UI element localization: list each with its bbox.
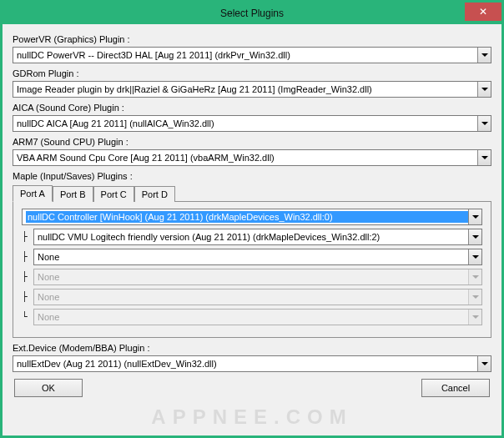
combo-maple-sub4: None [33, 289, 482, 305]
chevron-down-icon[interactable] [468, 209, 481, 224]
combo-maple-sub2-text: None [38, 252, 468, 262]
combo-maple-sub4-text: None [38, 292, 468, 302]
tab-port-c[interactable]: Port C [93, 186, 134, 202]
chevron-down-icon [468, 310, 481, 325]
combo-maple-sub3-text: None [38, 272, 468, 282]
chevron-down-icon[interactable] [477, 116, 491, 131]
label-arm7: ARM7 (Sound CPU) Plugin : [13, 137, 491, 147]
combo-aica-text: nullDC AICA [Aug 21 2011] (nullAICA_Win3… [17, 118, 477, 128]
chevron-down-icon[interactable] [477, 356, 491, 371]
tab-port-b[interactable]: Port B [53, 186, 93, 202]
combo-aica[interactable]: nullDC AICA [Aug 21 2011] (nullAICA_Win3… [13, 115, 491, 132]
combo-maple-sub1[interactable]: nullDC VMU Logitech friendly version (Au… [33, 229, 482, 245]
maple-sub-row-4: ├ None [22, 289, 482, 305]
combo-gdrom-text: Image Reader plugin by drk||Raziel & GiG… [17, 84, 477, 94]
cancel-button[interactable]: Cancel [421, 379, 490, 397]
maple-sub-row-3: ├ None [22, 269, 482, 285]
chevron-down-icon [468, 269, 481, 284]
tree-glyph: ├ [22, 289, 33, 305]
combo-maple-sub2[interactable]: None [33, 249, 482, 265]
dialog-window: Select Plugins ✕ PowerVR (Graphics) Plug… [0, 0, 504, 438]
dialog-body: PowerVR (Graphics) Plugin : nullDC Power… [3, 24, 501, 435]
combo-maple-sub1-text: nullDC VMU Logitech friendly version (Au… [38, 232, 468, 242]
label-maple: Maple (Input/Saves) Plugins : [13, 171, 491, 181]
combo-extdev-text: nullExtDev (Aug 21 2011) (nullExtDev_Win… [17, 359, 477, 369]
maple-sub-row-5: └ None [22, 309, 482, 325]
tab-port-a[interactable]: Port A [13, 185, 53, 202]
maple-sub-row-2: ├ None [22, 249, 482, 265]
combo-maple-sub5: None [33, 309, 482, 325]
close-button[interactable]: ✕ [465, 3, 501, 21]
combo-maple-sub5-text: None [38, 312, 468, 322]
tree-glyph: ├ [22, 269, 33, 285]
maple-sub-row-1: ├ nullDC VMU Logitech friendly version (… [22, 229, 482, 245]
label-extdev: Ext.Device (Modem/BBA) Plugin : [13, 343, 491, 353]
label-aica: AICA (Sound Core) Plugin : [13, 103, 491, 113]
combo-arm7[interactable]: VBA ARM Sound Cpu Core [Aug 21 2011] (vb… [13, 149, 491, 166]
chevron-down-icon[interactable] [477, 48, 491, 63]
chevron-down-icon[interactable] [468, 249, 481, 264]
combo-powervr[interactable]: nullDC PowerVR -- Direct3D HAL [Aug 21 2… [13, 47, 491, 63]
tree-glyph: ├ [22, 229, 33, 245]
combo-powervr-text: nullDC PowerVR -- Direct3D HAL [Aug 21 2… [17, 50, 477, 60]
chevron-down-icon[interactable] [477, 150, 491, 165]
chevron-down-icon [468, 289, 481, 305]
window-title: Select Plugins [3, 8, 501, 19]
combo-maple-sub3: None [33, 269, 482, 285]
combo-maple-root-text: nullDC Controller [WinHook] (Aug 21 2011… [26, 211, 468, 223]
chevron-down-icon[interactable] [468, 229, 481, 244]
label-powervr: PowerVR (Graphics) Plugin : [13, 34, 491, 44]
combo-extdev[interactable]: nullExtDev (Aug 21 2011) (nullExtDev_Win… [13, 355, 491, 372]
combo-gdrom[interactable]: Image Reader plugin by drk||Raziel & GiG… [13, 81, 491, 98]
tab-port-d[interactable]: Port D [134, 186, 175, 202]
maple-root-row: nullDC Controller [WinHook] (Aug 21 2011… [22, 209, 482, 225]
close-icon: ✕ [479, 6, 487, 18]
maple-tabpanel: nullDC Controller [WinHook] (Aug 21 2011… [13, 201, 491, 338]
button-row: OK Cancel [13, 379, 491, 397]
combo-arm7-text: VBA ARM Sound Cpu Core [Aug 21 2011] (vb… [17, 153, 477, 163]
combo-maple-root[interactable]: nullDC Controller [WinHook] (Aug 21 2011… [22, 209, 482, 225]
tree-glyph: └ [22, 309, 33, 325]
maple-tabs: Port A Port B Port C Port D [13, 184, 491, 201]
tree-glyph: ├ [22, 249, 33, 265]
chevron-down-icon[interactable] [477, 82, 491, 97]
titlebar: Select Plugins ✕ [3, 3, 501, 24]
watermark: APPNEE.COM [151, 405, 352, 429]
label-gdrom: GDRom Plugin : [13, 68, 491, 78]
ok-button[interactable]: OK [14, 379, 83, 397]
